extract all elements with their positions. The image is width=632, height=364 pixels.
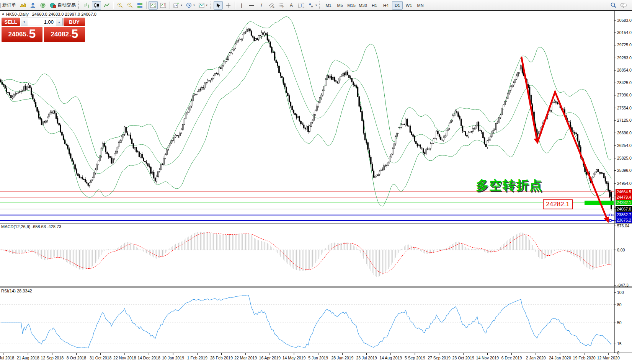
macd-signal-line (1, 233, 611, 273)
chat-icon (620, 3, 627, 8)
timeframe-m30-button[interactable]: M30 (358, 1, 368, 10)
zoom-out-icon (127, 2, 133, 8)
trendline-button[interactable]: / (257, 1, 266, 10)
volume-increase-button[interactable]: ▲ (56, 18, 62, 26)
new-order-button[interactable]: 新订单 (0, 1, 18, 10)
vertical-line-icon: | (241, 2, 242, 8)
timeframe-h1-button[interactable]: H1 (369, 1, 380, 10)
main-toolbar: 新订单 自动交易 (0, 0, 632, 11)
toolbar-separator (235, 2, 235, 9)
volume-input[interactable]: 1.00 (28, 18, 56, 26)
market-watch-icon (30, 3, 36, 8)
periods-button[interactable]: ▾ (185, 1, 196, 10)
buy-button[interactable]: BUY (64, 18, 85, 26)
turning-point-annotation[interactable]: 多空转折点 (476, 177, 543, 194)
indicators-icon (173, 3, 179, 8)
volume-stepper: ▼ 1.00 ▲ (21, 18, 63, 26)
news-button[interactable] (38, 1, 47, 10)
templates-button[interactable]: ▾ (197, 1, 209, 10)
chevron-down-icon: ▾ (193, 3, 195, 7)
chat-button[interactable] (619, 1, 629, 10)
macd-histogram (1, 232, 611, 277)
zoom-in-button[interactable] (115, 1, 124, 10)
search-button[interactable] (609, 1, 618, 10)
cursor-button[interactable] (214, 1, 223, 10)
timeframe-mn-button[interactable]: MN (415, 1, 426, 10)
chevron-down-icon: ▾ (181, 3, 182, 7)
tile-windows-icon (137, 3, 143, 8)
text-label-button[interactable]: T (297, 1, 306, 10)
buy-price-button[interactable]: 24082.5 (44, 27, 85, 42)
macd-indicator-label: MACD(12,26,9) -658.63 -428.73 (1, 224, 61, 229)
timeframe-h4-button[interactable]: H4 (381, 1, 391, 10)
timeframe-m1-button[interactable]: M1 (323, 1, 334, 10)
sell-price-fraction: 5 (29, 28, 36, 40)
toolbar-grip (78, 2, 80, 9)
text-button[interactable]: A (287, 1, 296, 10)
search-icon (611, 2, 616, 8)
crosshair-button[interactable] (224, 1, 233, 10)
fibonacci-icon: F (278, 3, 284, 8)
svg-text:F: F (283, 5, 284, 8)
volume-decrease-button[interactable]: ▼ (21, 18, 28, 26)
auto-scroll-icon (150, 3, 156, 8)
auto-trading-icon (50, 3, 56, 8)
timeframe-d1-button[interactable]: D1 (392, 1, 403, 10)
chart-title: HK50-,Daily 24660.0 24683.0 23997.0 2406… (6, 12, 96, 16)
toolbar-separator (170, 2, 170, 9)
candlestick-chart-button[interactable] (92, 1, 101, 10)
market-watch-button[interactable] (28, 1, 38, 10)
fibonacci-button[interactable]: F (277, 1, 286, 10)
arrows-icon (308, 3, 314, 8)
horizontal-level-lines[interactable] (0, 191, 614, 222)
one-click-trading-panel: SELL ▼ 1.00 ▲ BUY 24065.5 24082.5 (2, 18, 85, 42)
chevron-down-icon: ▾ (315, 3, 317, 7)
auto-scroll-button[interactable] (149, 1, 158, 10)
timeframe-w1-button[interactable]: W1 (403, 1, 414, 10)
toolbar-separator (113, 2, 113, 9)
text-label-icon: T (298, 3, 304, 8)
horizontal-line-button[interactable]: — (247, 1, 256, 10)
chart-shift-button[interactable] (158, 1, 168, 10)
auto-trading-label: 自动交易 (57, 2, 76, 8)
crosshair-icon (225, 3, 231, 8)
chart-shift-icon (160, 3, 166, 8)
indicators-button[interactable]: ▾ (172, 1, 184, 10)
mt4-window: 新订单 自动交易 (0, 0, 632, 364)
vertical-line-button[interactable]: | (237, 1, 246, 10)
zoom-out-button[interactable] (125, 1, 134, 10)
tile-windows-button[interactable] (135, 1, 144, 10)
ohlc-values: 24660.0 24683.0 23997.0 24067.0 (32, 12, 96, 16)
equidistant-channel-button[interactable]: E (267, 1, 276, 10)
horizontal-line-icon: — (249, 2, 254, 8)
trendline-icon: / (261, 2, 262, 8)
timeframe-m5-button[interactable]: M5 (335, 1, 345, 10)
buy-price-dot: . (69, 31, 71, 38)
red-trend-arrows[interactable] (521, 57, 608, 221)
level-handle[interactable] (609, 219, 611, 221)
auto-trading-button[interactable]: 自动交易 (48, 1, 77, 10)
symbol-period-label: HK50-,Daily (6, 12, 29, 16)
templates-icon (199, 3, 204, 8)
toolbar-grip (319, 2, 322, 9)
price-tag-annotation[interactable]: 24282.1 (543, 199, 573, 209)
timeframe-toolbar: M1M5M15M30H1H4D1W1MN (323, 1, 426, 10)
sell-price-main: 24065 (8, 31, 26, 38)
svg-text:T: T (300, 3, 302, 8)
timeframe-m15-button[interactable]: M15 (346, 1, 357, 10)
collapse-chart-icon[interactable]: ▲ (2, 12, 5, 15)
candlestick-chart-icon (94, 3, 100, 8)
zoom-in-icon (117, 2, 123, 8)
history-button[interactable] (18, 1, 28, 10)
level-handle[interactable] (609, 214, 611, 216)
line-chart-icon (104, 3, 109, 8)
bar-chart-button[interactable] (82, 1, 91, 10)
chevron-down-icon: ▾ (206, 3, 207, 7)
sell-price-button[interactable]: 24065.5 (2, 27, 42, 42)
periods-icon (186, 2, 192, 8)
sell-button[interactable]: SELL (2, 18, 20, 26)
arrows-button[interactable]: ▾ (307, 1, 318, 10)
toolbar-separator (146, 2, 147, 9)
line-chart-button[interactable] (102, 1, 111, 10)
equidistant-channel-icon: E (268, 3, 274, 8)
